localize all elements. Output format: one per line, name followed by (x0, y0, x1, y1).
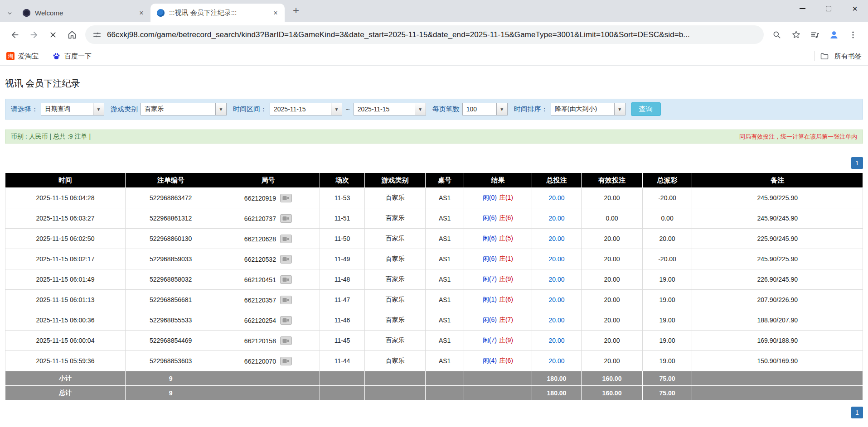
cell-result: 闲(6)庄(7) (464, 310, 532, 331)
url-text[interactable]: 66cxkj98.com/game/betrecord_search/kind3… (107, 30, 690, 39)
maximize-button[interactable] (815, 0, 842, 17)
round-replay-icon[interactable] (280, 275, 292, 284)
per-page-value: 100 (463, 103, 496, 115)
round-replay-icon[interactable] (280, 214, 292, 223)
date-range-label: 时间区间： (233, 105, 267, 114)
pagination-page-button[interactable]: 1 (851, 407, 863, 418)
subtotal-row-cell-7: 180.00 (532, 371, 582, 386)
bookmark-star-icon[interactable] (786, 25, 805, 44)
tab-welcome[interactable]: Welcome × (16, 4, 150, 22)
select-type-dropdown[interactable]: 日期查询 ▼ (41, 103, 104, 115)
per-page-dropdown[interactable]: 100 ▼ (462, 103, 508, 115)
date-start-dropdown[interactable]: 2025-11-15 ▼ (270, 103, 342, 115)
round-replay-icon[interactable] (280, 336, 292, 345)
result-banker: 庄(6) (499, 214, 513, 221)
chevron-down-icon[interactable]: ▼ (496, 103, 507, 115)
chevron-down-icon[interactable]: ▼ (614, 103, 625, 115)
round-replay-icon[interactable] (280, 255, 292, 264)
close-window-button[interactable]: × (842, 0, 868, 17)
cell-remark: 245.90/225.90 (692, 249, 863, 269)
grand-total-row-cell-5 (426, 386, 464, 400)
cell-total-bet: 20.00 (532, 310, 582, 331)
cell-result: 闲(0)庄(1) (464, 188, 532, 208)
cell-payout: 19.00 (642, 351, 692, 371)
game-kind-dropdown[interactable]: 百家乐 ▼ (141, 103, 227, 115)
round-replay-icon[interactable] (280, 357, 292, 365)
cell-bet-id: 522968856681 (125, 290, 216, 310)
cell-round: 662120628 (216, 229, 320, 249)
round-replay-icon[interactable] (280, 316, 292, 325)
grand-total-row-cell-8: 160.00 (582, 386, 642, 400)
cell-remark: 226.90/245.90 (692, 269, 863, 290)
forward-icon[interactable] (24, 25, 44, 44)
date-end-dropdown[interactable]: 2025-11-15 ▼ (354, 103, 426, 115)
round-replay-icon[interactable] (280, 194, 292, 202)
chevron-down-icon[interactable]: ▼ (331, 103, 342, 115)
round-number: 662120070 (244, 357, 276, 365)
pagination-page-button[interactable]: 1 (851, 157, 863, 169)
tab-close-icon[interactable]: × (271, 9, 280, 18)
profile-avatar[interactable] (824, 25, 844, 44)
table-row: 2025-11-15 06:00:04522968854469662120158… (5, 331, 863, 351)
cell-valid-bet: 20.00 (582, 331, 642, 351)
address-bar[interactable]: 66cxkj98.com/game/betrecord_search/kind3… (85, 25, 764, 44)
chevron-down-icon[interactable]: ▼ (93, 103, 104, 115)
time-sort-dropdown[interactable]: 降幂(由大到小) ▼ (551, 103, 626, 115)
total-bet-link[interactable]: 20.00 (548, 255, 564, 263)
new-tab-button[interactable]: + (288, 3, 304, 18)
table-row: 2025-11-15 06:04:28522968863472662120919… (5, 188, 863, 208)
round-replay-icon[interactable] (280, 296, 292, 304)
all-bookmarks[interactable]: 所有书签 (814, 51, 862, 61)
total-bet-link[interactable]: 20.00 (548, 215, 564, 222)
cell-session: 11-49 (320, 249, 364, 269)
bookmark-baidu[interactable]: 百度一下 (52, 52, 92, 61)
cell-total-bet: 20.00 (532, 188, 582, 208)
query-button[interactable]: 查询 (631, 102, 661, 116)
subtotal-row-cell-0: 小计 (5, 371, 126, 386)
tab-bet-record[interactable]: :::视讯 会员下注纪录::: × (150, 4, 285, 22)
minimize-button[interactable] (789, 0, 815, 17)
tab-close-icon[interactable]: × (137, 9, 146, 18)
page-content: 视讯 会员下注纪录 请选择： 日期查询 ▼ 游戏类别 百家乐 ▼ 时间区间： 2… (0, 77, 868, 418)
chevron-down-icon[interactable]: ▼ (415, 103, 426, 115)
total-bet-link[interactable]: 20.00 (548, 296, 564, 303)
cell-round: 662120254 (216, 310, 320, 331)
stop-loading-icon[interactable] (44, 25, 63, 44)
table-row: 2025-11-15 06:02:17522968859033662120532… (5, 249, 863, 269)
cell-time: 2025-11-15 06:03:27 (5, 208, 126, 229)
tab-title: :::视讯 会员下注纪录::: (169, 9, 267, 17)
cell-round: 662120451 (216, 269, 320, 290)
result-player: 闲(7) (483, 275, 497, 283)
cell-remark: 169.90/188.90 (692, 331, 863, 351)
home-icon[interactable] (63, 25, 82, 44)
round-replay-icon[interactable] (280, 235, 292, 243)
cell-valid-bet: 20.00 (582, 351, 642, 371)
result-banker: 庄(9) (499, 336, 513, 344)
cell-time: 2025-11-15 05:59:36 (5, 351, 126, 371)
column-header-4: 游戏类别 (364, 173, 425, 188)
total-bet-link[interactable]: 20.00 (548, 235, 564, 242)
cell-table-no: AS1 (426, 249, 464, 269)
cell-round: 662120070 (216, 351, 320, 371)
grand-total-row-cell-4 (364, 386, 425, 400)
summary-note-text: 同局有效投注，统一计算在该局第一张注单内 (739, 133, 857, 141)
cell-table-no: AS1 (426, 269, 464, 290)
cell-bet-id: 522968861312 (125, 208, 216, 229)
total-bet-link[interactable]: 20.00 (548, 317, 564, 324)
media-controls-icon[interactable] (805, 25, 824, 44)
round-number: 662120158 (244, 337, 276, 344)
result-player: 闲(7) (483, 336, 497, 344)
chevron-down-icon[interactable]: ▼ (215, 103, 226, 115)
tab-search-chevron-icon[interactable] (3, 4, 16, 22)
site-info-icon[interactable] (92, 30, 102, 39)
total-bet-link[interactable]: 20.00 (548, 276, 564, 283)
divider (814, 51, 815, 61)
total-bet-link[interactable]: 20.00 (548, 194, 564, 202)
cell-remark: 188.90/207.90 (692, 310, 863, 331)
total-bet-link[interactable]: 20.00 (548, 357, 564, 365)
bookmark-aitaobao[interactable]: 淘 爱淘宝 (6, 52, 39, 61)
zoom-icon[interactable] (767, 25, 786, 44)
back-icon[interactable] (5, 25, 24, 44)
menu-dots-icon[interactable] (844, 25, 863, 44)
total-bet-link[interactable]: 20.00 (548, 337, 564, 344)
